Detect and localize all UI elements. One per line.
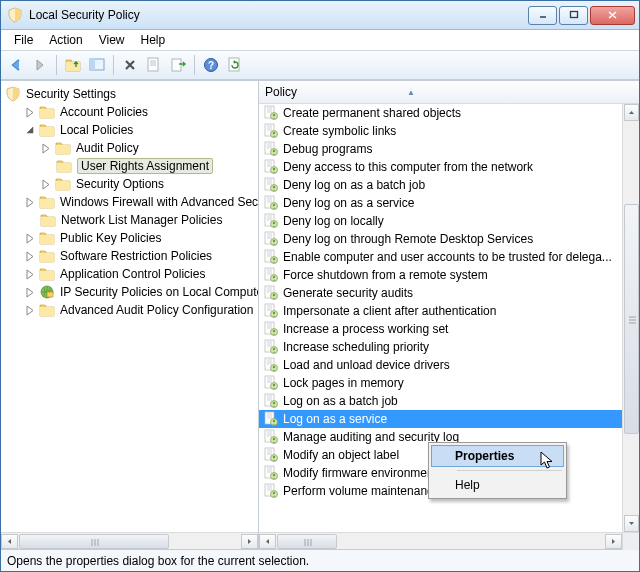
list-row-label: Create permanent shared objects [283,106,461,120]
list-row[interactable]: Lock pages in memory [259,374,639,392]
help-button[interactable]: ? [200,54,222,76]
scroll-up-button[interactable] [624,104,639,121]
list-row[interactable]: Log on as a service [259,410,639,428]
expander-icon[interactable] [25,197,36,208]
up-button[interactable] [62,54,84,76]
list-hscrollbar[interactable] [259,532,639,549]
scroll-left-button[interactable] [259,534,276,549]
app-icon [7,7,23,23]
folder-icon [39,194,55,210]
properties-button[interactable] [143,54,165,76]
list-row[interactable]: Create symbolic links [259,122,639,140]
list-row[interactable]: Force shutdown from a remote system [259,266,639,284]
expander-icon[interactable] [41,143,52,154]
expander-icon[interactable] [41,179,52,190]
policy-icon [263,177,279,193]
export-button[interactable] [167,54,189,76]
folder-icon [39,266,55,282]
minimize-button[interactable] [528,6,557,25]
scroll-thumb[interactable] [277,534,337,549]
tree-item[interactable]: Software Restriction Policies [5,247,258,265]
scroll-thumb[interactable] [624,204,639,434]
column-header-policy[interactable]: Policy [265,85,297,99]
tree-item[interactable]: Local Policies [5,121,258,139]
menu-view[interactable]: View [92,31,132,49]
svg-rect-16 [172,59,181,71]
statusbar: Opens the properties dialog box for the … [1,549,639,571]
tree-item[interactable]: Network List Manager Policies [5,211,258,229]
list-row[interactable]: Create permanent shared objects [259,104,639,122]
list-row-label: Deny log on as a service [283,196,414,210]
tree-item-label: Network List Manager Policies [61,213,222,227]
policy-icon [263,483,279,499]
policy-icon [263,429,279,445]
folder-icon [55,176,71,192]
list-row[interactable]: Increase scheduling priority [259,338,639,356]
expander-icon[interactable] [25,305,36,316]
list-row[interactable]: Deny log on as a service [259,194,639,212]
maximize-button[interactable] [559,6,588,25]
tree-item[interactable]: Windows Firewall with Advanced Security [5,193,258,211]
forward-button[interactable] [29,54,51,76]
expander-icon[interactable] [25,287,36,298]
tree-item-label: IP Security Policies on Local Computer [60,285,258,299]
list-header[interactable]: Policy ▲ [259,81,639,104]
list-row[interactable]: Enable computer and user accounts to be … [259,248,639,266]
folder-icon [56,158,72,174]
policy-icon [263,105,279,121]
folder-icon [39,122,55,138]
delete-button[interactable] [119,54,141,76]
back-button[interactable] [5,54,27,76]
tree-item[interactable]: Advanced Audit Policy Configuration [5,301,258,319]
tree-view[interactable]: Security SettingsAccount PoliciesLocal P… [1,81,258,532]
list-row[interactable]: Impersonate a client after authenticatio… [259,302,639,320]
list-row-label: Deny access to this computer from the ne… [283,160,533,174]
titlebar[interactable]: Local Security Policy [1,1,639,30]
menu-action[interactable]: Action [42,31,89,49]
menu-file[interactable]: File [7,31,40,49]
policy-icon [263,375,279,391]
policy-icon [263,393,279,409]
expander-icon[interactable] [25,233,36,244]
list-row[interactable]: Deny log on as a batch job [259,176,639,194]
scroll-thumb[interactable] [19,534,169,549]
list-vscrollbar[interactable] [622,104,639,532]
expander-icon[interactable] [25,269,36,280]
close-button[interactable] [590,6,635,25]
expander-icon[interactable] [25,125,36,136]
policy-icon [263,141,279,157]
list-view[interactable]: Create permanent shared objectsCreate sy… [259,104,639,500]
scroll-right-button[interactable] [605,534,622,549]
list-row[interactable]: Deny log on locally [259,212,639,230]
list-row[interactable]: Deny access to this computer from the ne… [259,158,639,176]
tree-root[interactable]: Security Settings [5,85,258,103]
scroll-down-button[interactable] [624,515,639,532]
scroll-right-button[interactable] [241,534,258,549]
context-menu-help[interactable]: Help [431,474,564,496]
expander-icon[interactable] [25,251,36,262]
list-row[interactable]: Generate security audits [259,284,639,302]
tree-item[interactable]: Public Key Policies [5,229,258,247]
tree-item[interactable]: IP Security Policies on Local Computer [5,283,258,301]
policy-icon [263,303,279,319]
svg-text:?: ? [208,60,214,71]
scroll-left-button[interactable] [1,534,18,549]
list-row-label: Modify an object label [283,448,399,462]
menu-help[interactable]: Help [134,31,173,49]
list-row-label: Impersonate a client after authenticatio… [283,304,496,318]
policy-icon [263,249,279,265]
tree-item[interactable]: User Rights Assignment [5,157,258,175]
list-row[interactable]: Deny log on through Remote Desktop Servi… [259,230,639,248]
show-hide-tree-button[interactable] [86,54,108,76]
list-row[interactable]: Increase a process working set [259,320,639,338]
tree-item[interactable]: Security Options [5,175,258,193]
refresh-button[interactable] [224,54,246,76]
list-row[interactable]: Log on as a batch job [259,392,639,410]
expander-icon[interactable] [25,107,36,118]
list-row[interactable]: Load and unload device drivers [259,356,639,374]
tree-item[interactable]: Audit Policy [5,139,258,157]
tree-item[interactable]: Application Control Policies [5,265,258,283]
list-row[interactable]: Debug programs [259,140,639,158]
tree-hscrollbar[interactable] [1,532,258,549]
tree-item[interactable]: Account Policies [5,103,258,121]
